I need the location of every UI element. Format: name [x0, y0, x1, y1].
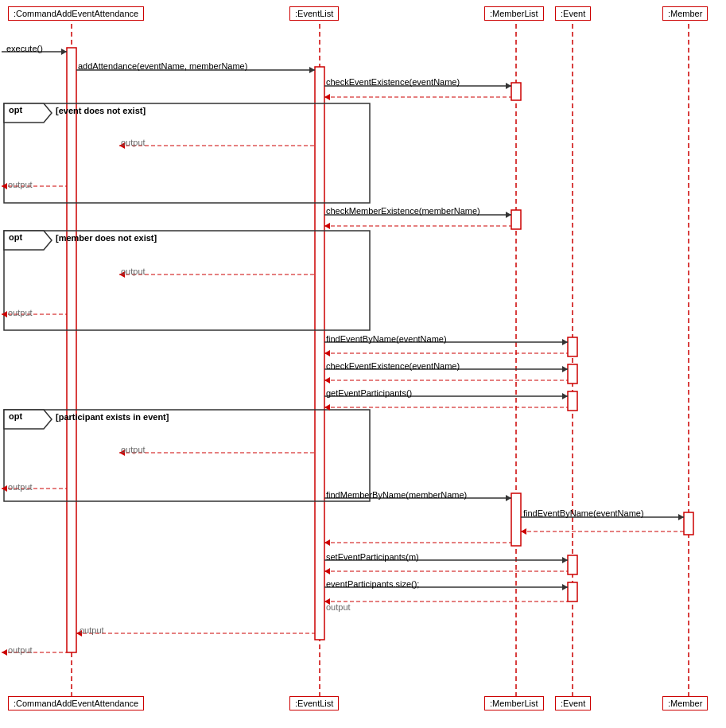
svg-marker-63 — [521, 528, 526, 535]
msg-output-cmd: output — [8, 645, 33, 655]
svg-rect-8 — [511, 210, 521, 229]
svg-rect-11 — [568, 391, 577, 411]
lifeline-evt-top: :Event — [555, 6, 591, 21]
svg-rect-13 — [684, 512, 693, 535]
msg-execute: execute() — [6, 44, 43, 53]
svg-marker-43 — [562, 339, 568, 345]
lifeline-memlist-bottom: :MemberList — [484, 696, 544, 710]
fragment2-tag: opt — [7, 232, 24, 242]
svg-rect-5 — [67, 48, 76, 652]
fragment2-output1: output — [121, 267, 146, 276]
svg-rect-16 — [4, 103, 370, 203]
msg-checkmemexist: checkMemberExistence(memberName) — [326, 206, 480, 216]
lifeline-memlist-top: :MemberList — [484, 6, 544, 21]
msg-output-evt: output — [326, 602, 351, 612]
lifeline-cmd-top: :CommandAddEventAttendance — [8, 6, 144, 21]
msg-addattendance: addAttendance(eventName, memberName) — [78, 61, 247, 71]
svg-marker-45 — [324, 350, 330, 356]
svg-marker-47 — [562, 366, 568, 372]
msg-getevtpart: getEventParticipants() — [326, 388, 412, 398]
svg-marker-23 — [61, 49, 67, 55]
svg-marker-71 — [562, 584, 568, 590]
svg-marker-57 — [2, 485, 7, 492]
svg-marker-77 — [2, 649, 7, 656]
svg-marker-27 — [506, 83, 511, 89]
svg-rect-7 — [511, 83, 521, 100]
lifeline-evtlist-top: :EventList — [289, 6, 339, 21]
msg-checkevtexist2: checkEventExistence(eventName) — [326, 361, 460, 371]
msg-output-evtlist: output — [80, 625, 104, 635]
lifeline-member-top: :Member — [662, 6, 708, 21]
lifeline-evt-bottom: :Event — [555, 696, 591, 710]
msg-findevtbyname1: findEventByName(eventName) — [326, 334, 447, 344]
fragment1-output2: output — [8, 180, 33, 189]
svg-marker-59 — [506, 495, 511, 501]
lifeline-member-bottom: :Member — [662, 696, 708, 710]
svg-marker-29 — [324, 94, 330, 100]
svg-marker-25 — [309, 67, 315, 73]
svg-marker-67 — [562, 557, 568, 563]
svg-marker-35 — [506, 212, 511, 218]
svg-rect-6 — [315, 67, 324, 640]
svg-rect-14 — [568, 555, 577, 574]
svg-rect-10 — [568, 364, 577, 383]
msg-checkevtexist1: checkEventExistence(eventName) — [326, 77, 460, 87]
msg-evtpartsize: eventParticipants.size(); — [326, 579, 419, 589]
fragment3-output2: output — [8, 482, 33, 492]
svg-marker-65 — [324, 539, 330, 546]
svg-marker-69 — [324, 568, 330, 574]
svg-marker-41 — [2, 311, 7, 317]
fragment2-output2: output — [8, 308, 33, 317]
msg-findmembyname: findMemberByName(memberName) — [326, 490, 467, 500]
fragment3-condition: [participant exists in event] — [56, 412, 169, 422]
fragment2-condition: [member does not exist] — [56, 233, 157, 243]
sequence-diagram: :CommandAddEventAttendance :EventList :M… — [0, 0, 726, 728]
fragment3-tag: opt — [7, 411, 24, 421]
msg-findevtbyname2: findEventByName(eventName) — [523, 508, 644, 518]
lifeline-evtlist-bottom: :EventList — [289, 696, 339, 710]
svg-marker-53 — [324, 404, 330, 411]
svg-marker-33 — [2, 183, 7, 189]
svg-rect-9 — [568, 337, 577, 356]
msg-setevtpart: setEventParticipants(m) — [326, 552, 419, 562]
fragment1-condition: [event does not exist] — [56, 106, 146, 115]
lifeline-cmd-bottom: :CommandAddEventAttendance — [8, 696, 144, 710]
svg-marker-61 — [678, 514, 684, 520]
fragment3-output1: output — [121, 445, 146, 454]
svg-marker-49 — [324, 377, 330, 383]
svg-rect-12 — [511, 493, 521, 546]
fragment1-tag: opt — [7, 105, 24, 115]
svg-rect-15 — [568, 582, 577, 601]
svg-marker-37 — [324, 223, 330, 229]
svg-marker-51 — [562, 393, 568, 399]
fragment1-output1: output — [121, 138, 146, 147]
svg-rect-18 — [4, 231, 370, 330]
svg-rect-20 — [4, 410, 370, 501]
